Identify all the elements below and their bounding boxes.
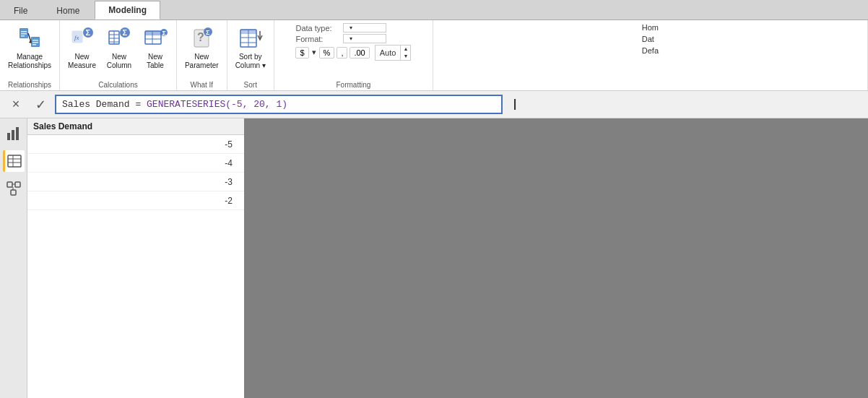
gray-workspace <box>244 118 868 398</box>
svg-rect-3 <box>21 33 27 35</box>
data-type-dropdown-arrow: ▾ <box>350 25 352 31</box>
partial-line-3: Defa <box>642 46 659 55</box>
sort-group-label: Sort <box>232 79 269 89</box>
tab-modeling[interactable]: Modeling <box>95 1 160 20</box>
svg-line-10 <box>28 33 31 42</box>
report-view-button[interactable] <box>3 123 25 144</box>
format-dropdown-arrow: ▾ <box>350 35 352 42</box>
sort-by-column-label: Sort byColumn ▾ <box>235 53 266 70</box>
format-dropdown[interactable]: ▾ <box>343 34 386 43</box>
cancel-icon: × <box>12 97 20 112</box>
table-body: -5 -4 -3 -2 <box>27 135 244 398</box>
confirm-button[interactable]: ✓ <box>30 95 51 115</box>
partial-line-1: Hom <box>642 23 659 32</box>
auto-spinbox: Auto ▲ ▼ <box>375 45 412 61</box>
svg-text:?: ? <box>197 31 204 43</box>
svg-rect-48 <box>11 190 16 195</box>
currency-dollar-button[interactable]: $ <box>295 47 308 59</box>
calculations-group-label: Calculations <box>64 79 172 89</box>
ribbon: ManageRelationships Relationships fx Σ N… <box>0 20 868 91</box>
formula-text: Sales Demand = <box>62 99 147 110</box>
currency-percent-button[interactable]: % <box>319 47 335 59</box>
svg-rect-2 <box>21 31 27 33</box>
table-row: -2 <box>27 191 244 210</box>
tab-file[interactable]: File <box>0 1 41 20</box>
data-type-dropdown[interactable]: ▾ <box>343 23 386 33</box>
cursor-indicator: I <box>513 95 517 114</box>
svg-rect-42 <box>8 155 21 167</box>
left-icon-panel <box>0 118 27 398</box>
svg-text:Σ: Σ <box>162 30 166 37</box>
main-content: Sales Demand -5 -4 -3 -2 <box>0 118 868 398</box>
new-table-label: NewTable <box>147 53 164 70</box>
svg-text:Σ: Σ <box>122 28 127 37</box>
svg-rect-47 <box>15 182 20 187</box>
cancel-button[interactable]: × <box>6 95 26 115</box>
new-table-button[interactable]: Σ NewTable <box>139 23 172 72</box>
new-parameter-button[interactable]: ? Σ NewParameter <box>181 23 222 72</box>
svg-rect-39 <box>7 133 10 140</box>
svg-rect-46 <box>7 182 12 187</box>
tab-home[interactable]: Home <box>43 1 93 20</box>
data-view-button[interactable] <box>3 150 25 172</box>
formatting-group-label: Formatting <box>336 79 370 89</box>
sort-by-column-button[interactable]: Sort byColumn ▾ <box>232 23 269 72</box>
data-type-label: Data type: <box>295 24 339 33</box>
new-column-button[interactable]: Σ NewColumn <box>103 23 136 72</box>
table-row: -4 <box>27 154 244 173</box>
svg-text:fx: fx <box>74 34 79 41</box>
model-view-button[interactable] <box>3 178 25 199</box>
table-column-header: Sales Demand <box>27 118 244 135</box>
formula-input[interactable]: Sales Demand = GENERATESERIES(-5, 20, 1) <box>55 95 503 114</box>
svg-text:Σ: Σ <box>206 29 210 36</box>
manage-relationships-icon <box>17 25 43 51</box>
ribbon-group-calculations: fx Σ NewMeasure <box>60 20 177 90</box>
relationships-group-label: Relationships <box>4 79 55 89</box>
format-row: Format: ▾ <box>295 34 411 43</box>
spin-down-button[interactable]: ▼ <box>401 53 410 60</box>
new-table-icon: Σ <box>142 25 168 51</box>
data-table: Sales Demand -5 -4 -3 -2 <box>27 118 244 398</box>
manage-relationships-label: ManageRelationships <box>8 53 51 70</box>
spin-up-button[interactable]: ▲ <box>401 46 410 53</box>
new-measure-icon: fx Σ <box>69 25 95 51</box>
table-row: -3 <box>27 173 244 191</box>
new-parameter-icon: ? Σ <box>188 25 214 51</box>
svg-rect-9 <box>32 44 36 46</box>
confirm-icon: ✓ <box>35 97 46 113</box>
new-parameter-label: NewParameter <box>185 53 219 70</box>
svg-rect-40 <box>12 130 14 140</box>
auto-label: Auto <box>376 48 401 58</box>
format-label: Format: <box>295 35 339 43</box>
table-row: -5 <box>27 135 244 154</box>
svg-rect-8 <box>32 42 38 43</box>
currency-comma-button[interactable]: , <box>337 47 347 59</box>
ribbon-group-relationships: ManageRelationships Relationships <box>0 20 60 90</box>
ribbon-group-what-if: ? Σ NewParameter What If <box>177 20 227 90</box>
new-measure-label: NewMeasure <box>68 53 96 70</box>
partial-line-2: Dat <box>642 35 659 43</box>
tab-bar: File Home Modeling <box>0 0 868 20</box>
formula-function: GENERATESERIES(-5, 20, 1) <box>147 99 287 110</box>
new-column-icon: Σ <box>106 25 132 51</box>
currency-row: $ ▾ % , .00 Auto ▲ ▼ <box>295 45 411 61</box>
svg-text:Σ: Σ <box>85 28 90 37</box>
new-column-label: NewColumn <box>107 53 131 70</box>
ribbon-group-sort: Sort byColumn ▾ Sort <box>227 20 274 90</box>
what-if-group-label: What If <box>181 79 222 89</box>
formula-bar: × ✓ Sales Demand = GENERATESERIES(-5, 20… <box>0 91 868 118</box>
new-measure-button[interactable]: fx Σ NewMeasure <box>64 23 100 72</box>
svg-rect-4 <box>21 35 25 37</box>
ribbon-group-partial: Hom Dat Defa <box>433 20 868 90</box>
svg-rect-7 <box>32 40 38 41</box>
sort-by-column-icon <box>238 25 264 51</box>
data-type-row: Data type: ▾ <box>295 23 411 33</box>
manage-relationships-button[interactable]: ManageRelationships <box>4 23 55 72</box>
svg-rect-24 <box>145 31 161 35</box>
svg-rect-41 <box>16 127 19 140</box>
currency-decimal-button[interactable]: .00 <box>350 47 369 59</box>
ribbon-group-formatting: Data type: ▾ Format: ▾ $ ▾ % , .00 <box>274 20 433 90</box>
